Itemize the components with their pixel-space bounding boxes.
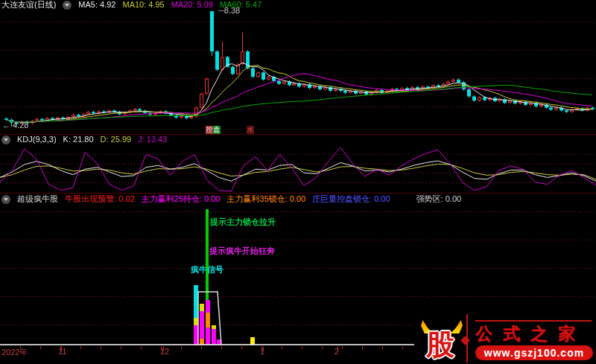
logo-right-block: 公式之家 www.gszj100.com [475,320,592,360]
event-badge-2: 盘 [213,126,221,134]
ma20-label: MA20: 5.09 [171,0,213,10]
event-badge-3: 水 [247,126,254,134]
kdj-panel-header: KDJ(9,3,3) K: 21.80 D: 25.99 J: 13.43 [1,135,167,144]
bull-glyph-wrap: 股 [420,323,463,362]
panel-separator [0,193,596,194]
stock-app-window: 大连友谊(日线) MA5: 4.92 MA10: 4.95 MA20: 5.09… [0,0,596,364]
high-price-marker: 8.38 [218,6,240,15]
ma10-label: MA10: 4.95 [122,0,164,10]
kdj-j-value: J: 13.43 [138,135,167,144]
event-badge-1: 控 [206,126,213,134]
kdj-chart-canvas[interactable] [0,144,596,193]
window-title: 大连友谊(日线) [1,0,56,10]
lockup-field: 庄巨量控盘锁仓: 0.00 [312,194,390,204]
bull-warning-field: 牛股出现预警: 0.02 [65,194,135,204]
signal-panel-header: 超级疯牛股 牛股出现预警: 0.02 主力赢利25持仓: 0.00 主力赢利35… [1,194,461,204]
profit35-field: 主力赢利35锁仓: 0.00 [226,194,305,204]
strong-zone-field: 强势区: 0.00 [416,194,462,204]
collapse-kdj-icon[interactable] [1,135,10,144]
axis-year-label: 2022年 [1,347,28,358]
ma5-label: MA5: 4.92 [78,0,115,10]
logo-bull-glyph: 股 [426,329,454,360]
logo-site-name: 公式之家 [475,324,592,343]
low-price-marker: ← 4.28 [2,121,28,130]
gszj-watermark-logo: 股 公式之家 www.gszj100.com [414,313,596,364]
kdj-k-value: K: 21.80 [63,135,94,144]
axis-month-label-11: 11 [58,347,66,356]
annotation-lockup-pullup: 提示主力锁仓拉升 [210,217,276,228]
annotation-bull-signal: 疯牛信号 [191,264,224,275]
signal-title: 超级疯牛股 [17,194,58,204]
axis-month-label-2: 2 [335,347,339,356]
candlestick-chart-canvas[interactable] [0,0,596,134]
kdj-d-value: D: 25.99 [101,135,132,144]
kdj-title: KDJ(9,3,3) [17,135,57,144]
profit25-field: 主力赢利25持仓: 0.00 [142,194,221,204]
logo-rule-line [475,320,592,322]
axis-month-label-12: 12 [160,347,169,356]
annotation-bull-run: 提示疯牛开始狂奔 [209,246,275,257]
collapse-signal-icon[interactable] [1,195,10,204]
logo-site-url: www.gszj100.com [475,345,593,360]
collapse-main-icon[interactable] [63,1,72,10]
axis-month-label-1: 1 [260,347,264,356]
